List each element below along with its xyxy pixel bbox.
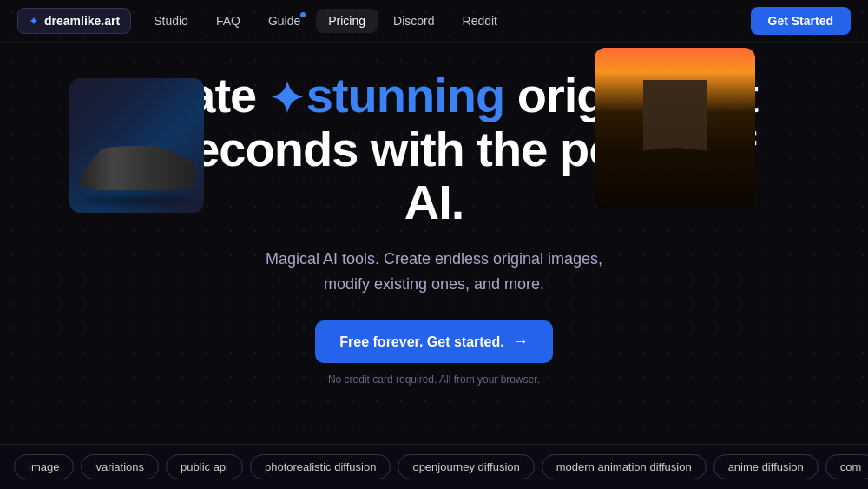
nav-link-faq[interactable]: FAQ — [204, 9, 253, 33]
diamond-icon: ✦ — [29, 14, 39, 28]
free-cta-button[interactable]: Free forever. Get started. → — [315, 320, 552, 363]
free-cta-label: Free forever. Get started. — [339, 334, 503, 350]
hero-subtitle: Magical AI tools. Create endless origina… — [266, 247, 602, 297]
hero-image-car — [69, 78, 204, 213]
hero-diamond-icon: ✦ — [269, 76, 303, 122]
no-credit-text: No credit card required. All from your b… — [328, 373, 540, 386]
tag-anime-diffusion[interactable]: anime diffusion — [713, 454, 819, 479]
nav-link-studio[interactable]: Studio — [141, 9, 201, 33]
nav-link-discord[interactable]: Discord — [381, 9, 446, 33]
nav-link-reddit[interactable]: Reddit — [450, 9, 510, 33]
notification-dot — [300, 12, 306, 17]
nav-link-guide[interactable]: Guide — [256, 9, 312, 33]
get-started-button[interactable]: Get Started — [751, 7, 851, 35]
hero-image-street — [595, 48, 755, 208]
tag-modern-animation-diffusion[interactable]: modern animation diffusion — [542, 454, 707, 479]
logo-text: dreamlike.art — [44, 14, 120, 28]
nav-logo[interactable]: ✦ dreamlike.art — [17, 8, 131, 34]
tag-public-api[interactable]: public api — [166, 454, 243, 479]
tag-image[interactable]: image — [14, 454, 74, 479]
hero-title-highlight: stunning — [306, 68, 504, 122]
tag-com[interactable]: com — [825, 454, 868, 479]
tags-bar: image variations public api photorealist… — [0, 444, 868, 489]
navbar: ✦ dreamlike.art Studio FAQ Guide Pricing… — [0, 0, 868, 43]
nav-link-pricing[interactable]: Pricing — [316, 9, 378, 33]
tag-openjourney-diffusion[interactable]: openjourney diffusion — [398, 454, 534, 479]
arrow-right-icon: → — [513, 333, 529, 351]
tag-photorealistic-diffusion[interactable]: photorealistic diffusion — [250, 454, 391, 479]
tag-variations[interactable]: variations — [81, 454, 159, 479]
